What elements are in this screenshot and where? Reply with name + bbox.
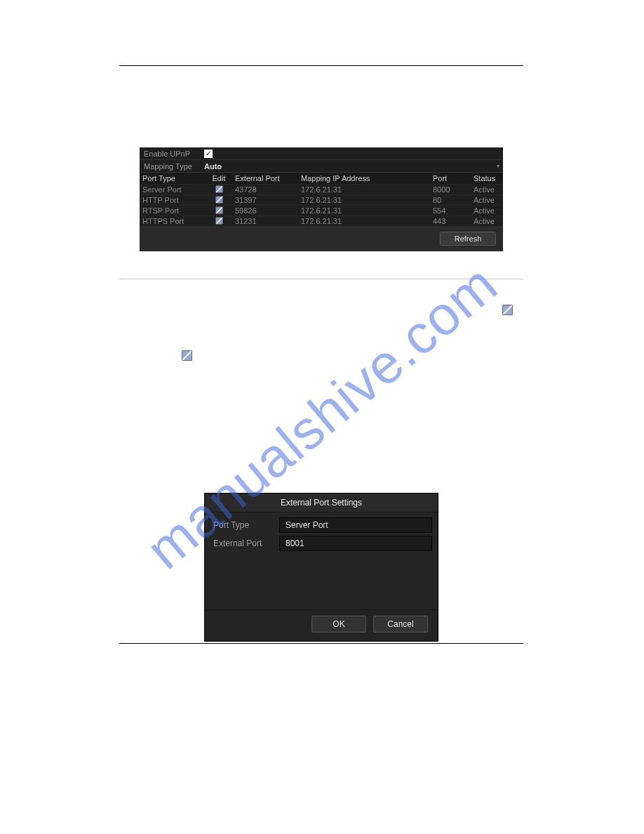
edit-icon[interactable]: [215, 206, 223, 214]
mapping-type-label: Mapping Type: [140, 162, 203, 171]
cell-port-type: HTTP Port: [140, 196, 208, 204]
port-type-field: Port Type Server Port: [210, 517, 432, 534]
cell-edit[interactable]: [208, 185, 229, 194]
cell-external-port: 59826: [229, 206, 295, 215]
cell-external-port: 43728: [229, 185, 295, 194]
cell-edit[interactable]: [208, 206, 229, 216]
header-edit: Edit: [208, 174, 229, 183]
external-port-label: External Port: [210, 538, 279, 548]
cell-status: Active: [468, 196, 503, 204]
port-type-value[interactable]: Server Port: [279, 517, 432, 533]
dialog-button-row: OK Cancel: [205, 609, 438, 641]
external-port-input[interactable]: 8001: [279, 536, 432, 551]
table-row: RTSP Port 59826 172.6.21.31 554 Active: [140, 205, 503, 216]
external-port-settings-dialog: External Port Settings Port Type Server …: [204, 493, 438, 642]
enable-upnp-label: Enable UPnP: [140, 150, 203, 158]
edit-icon[interactable]: [215, 217, 223, 225]
port-type-label: Port Type: [210, 520, 279, 530]
cell-external-port: 31397: [229, 196, 295, 204]
cell-edit[interactable]: [208, 217, 229, 226]
dialog-title: External Port Settings: [205, 494, 438, 512]
cell-port: 80: [427, 196, 468, 204]
edit-icon[interactable]: [215, 185, 223, 193]
cell-port: 443: [427, 217, 468, 225]
divider-mid: [119, 279, 523, 279]
upnp-settings-panel: Enable UPnP ✓ Mapping Type Auto ▾ Port T…: [140, 147, 503, 251]
table-row: Server Port 43728 172.6.21.31 8000 Activ…: [140, 184, 503, 194]
cell-port-type: RTSP Port: [140, 206, 208, 215]
cell-edit[interactable]: [208, 196, 229, 205]
cell-status: Active: [468, 206, 503, 215]
header-status: Status: [468, 174, 503, 183]
cell-external-port: 31231: [229, 217, 295, 225]
cancel-button[interactable]: Cancel: [373, 616, 428, 633]
refresh-button-row: Refresh: [140, 226, 503, 251]
cell-port-type: HTTPS Port: [140, 217, 208, 225]
refresh-button[interactable]: Refresh: [440, 232, 496, 246]
mapping-type-row[interactable]: Mapping Type Auto ▾: [140, 160, 503, 173]
ok-button[interactable]: OK: [311, 616, 366, 633]
table-row: HTTPS Port 31231 172.6.21.31 443 Active: [140, 216, 503, 226]
external-port-field: External Port 8001: [210, 535, 432, 552]
cell-mapping-ip: 172.6.21.31: [295, 196, 427, 204]
enable-upnp-row: Enable UPnP ✓: [140, 147, 503, 160]
cell-port-type: Server Port: [140, 185, 208, 194]
cell-mapping-ip: 172.6.21.31: [295, 185, 427, 194]
table-row: HTTP Port 31397 172.6.21.31 80 Active: [140, 194, 503, 205]
port-mapping-table: Port Type Edit External Port Mapping IP …: [140, 173, 503, 226]
header-mapping-ip: Mapping IP Address: [295, 174, 427, 183]
cell-mapping-ip: 172.6.21.31: [295, 206, 427, 215]
dialog-body: Port Type Server Port External Port 8001: [205, 512, 438, 609]
header-port-type: Port Type: [140, 174, 208, 183]
chevron-down-icon[interactable]: ▾: [493, 163, 503, 169]
edit-icon[interactable]: [215, 196, 223, 204]
table-header-row: Port Type Edit External Port Mapping IP …: [140, 173, 503, 184]
edit-icon[interactable]: [182, 350, 192, 361]
cell-status: Active: [468, 185, 503, 194]
cell-port: 8000: [427, 185, 468, 194]
cell-status: Active: [468, 217, 503, 225]
divider-top: [119, 65, 523, 66]
enable-upnp-checkbox[interactable]: ✓: [204, 150, 213, 158]
divider-bottom: [119, 643, 523, 644]
cell-port: 554: [427, 206, 468, 215]
edit-icon[interactable]: [502, 305, 513, 315]
header-external-port: External Port: [229, 174, 295, 183]
cell-mapping-ip: 172.6.21.31: [295, 217, 427, 225]
mapping-type-value: Auto: [203, 162, 493, 171]
header-port: Port: [427, 174, 468, 183]
